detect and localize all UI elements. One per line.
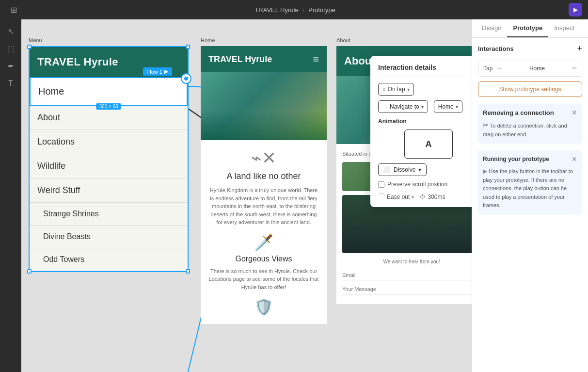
- menu-item-locations[interactable]: Locations: [30, 130, 188, 154]
- tab-inspect[interactable]: Inspect: [548, 19, 580, 37]
- easing-item[interactable]: ⌒ Ease out ▾: [378, 193, 414, 201]
- interaction-info: Tap →: [483, 65, 502, 72]
- play-button[interactable]: ▶: [569, 3, 582, 16]
- trigger-caret: ▾: [407, 87, 410, 92]
- modal-title: Interaction details: [378, 64, 436, 71]
- action-row: → Navigate to ▾ Home ▾: [378, 100, 472, 113]
- size-badge: 360 × 68: [96, 103, 121, 110]
- interactions-title: Interactions: [478, 45, 514, 52]
- handle-tr: [186, 45, 190, 49]
- scroll-row: Preserve scroll position: [378, 181, 472, 188]
- action-caret: ▾: [421, 104, 424, 110]
- dissolve-dropdown[interactable]: ⬜ Dissolve ▾: [378, 163, 427, 176]
- anim-box: A: [404, 129, 453, 159]
- tab-prototype[interactable]: Prototype: [507, 19, 548, 37]
- duration-item[interactable]: ⏱ 300ms: [420, 194, 445, 200]
- flow-badge: Flow 1 ▶: [143, 67, 172, 76]
- home-content: ⌁✕ A land like no other Hyrule Kingdom i…: [201, 140, 327, 324]
- about-caption: We want to hear from you!: [342, 257, 472, 266]
- removing-connection-header: Removing a connection ✕: [483, 109, 577, 116]
- easing-caret: ▾: [412, 194, 414, 200]
- top-bar: ⊞ TRAVEL Hyrule › Prototype ▶: [0, 0, 588, 19]
- animation-label: Animation: [378, 118, 472, 125]
- handle-tl: [27, 45, 32, 49]
- right-panel: Design Prototype Inspect Interactions + …: [472, 19, 588, 372]
- top-bar-center: TRAVEL Hyrule › Prototype: [254, 6, 335, 14]
- curve-icon: ⌒: [378, 193, 385, 201]
- clock-icon: ⏱: [420, 194, 426, 200]
- move-tool[interactable]: ↖: [3, 23, 18, 39]
- interaction-destination: Home: [529, 65, 545, 72]
- running-prototype-close[interactable]: ✕: [572, 155, 577, 163]
- menu-item-strange-shrines[interactable]: Strange Shrines: [30, 203, 188, 226]
- home-header: TRAVEL Hyrule ≡: [201, 46, 327, 72]
- home-frame: Home TRAVEL Hyrule ≡ ⌁✕ A land like no o…: [201, 46, 327, 324]
- canvas-area[interactable]: Menu TRAVEL Hyrule Home 360 × 68: [21, 19, 472, 372]
- removing-connection-box: Removing a connection ✕ ✂ To delete a co…: [478, 104, 582, 144]
- home-heading2: Gorgeous Views: [208, 255, 319, 263]
- right-panel-content: Interactions + Tap → Home − Show prototy…: [472, 38, 588, 372]
- pen-tool[interactable]: ✒: [3, 58, 18, 74]
- removing-connection-title: Removing a connection: [483, 109, 554, 116]
- menu-home-item[interactable]: Home 360 × 68 Flow 1 ▶: [30, 77, 188, 106]
- interaction-item[interactable]: Tap → Home −: [478, 60, 582, 77]
- destination-dropdown[interactable]: Home ▾: [434, 100, 462, 113]
- handle-bl: [27, 269, 32, 274]
- home-frame-label: Home: [201, 37, 215, 43]
- running-prototype-box: Running your prototype ✕ ▶ Use the play …: [478, 150, 582, 215]
- hamburger-icon: ≡: [313, 53, 319, 65]
- timing-row: ⌒ Ease out ▾ ⏱ 300ms: [378, 193, 472, 201]
- home-body2: There is so much to see in Hyrule. Check…: [208, 267, 319, 291]
- destination-label: Home: [438, 103, 454, 110]
- trigger-row: ○ On tap ▾: [378, 83, 472, 96]
- home-frame-inner: TRAVEL Hyrule ≡ ⌁✕ A land like no other …: [201, 46, 327, 324]
- home-hero-image: [201, 72, 327, 140]
- running-prototype-header: Running your prototype ✕: [483, 155, 577, 163]
- layers-icon[interactable]: ⊞: [6, 2, 21, 17]
- play-icon: ▶: [164, 68, 168, 75]
- dissolve-label: Dissolve: [394, 166, 415, 173]
- menu-frame-label: Menu: [29, 37, 42, 43]
- dissolve-row: ⬜ Dissolve ▾: [378, 163, 472, 176]
- removing-connection-body: ✂ To delete a connection, click and drag…: [483, 120, 577, 139]
- top-bar-right: ▶: [569, 3, 582, 16]
- home-title: TRAVEL Hyrule: [208, 54, 272, 65]
- shield-icon: 🛡️: [208, 298, 319, 316]
- text-tool[interactable]: T: [3, 76, 18, 91]
- arrow-right-icon: →: [495, 65, 502, 72]
- animation-preview: A: [378, 129, 472, 159]
- about-form: [342, 270, 472, 294]
- remove-interaction-button[interactable]: −: [572, 63, 577, 73]
- trigger-dropdown[interactable]: ○ On tap ▾: [378, 83, 414, 96]
- menu-item-weird-stuff[interactable]: Weird Stuff: [30, 178, 188, 203]
- scroll-label: Preserve scroll position: [387, 181, 447, 188]
- email-input[interactable]: [342, 270, 472, 280]
- action-dropdown[interactable]: → Navigate to ▾: [378, 100, 428, 113]
- frame-tool[interactable]: ⬚: [3, 41, 18, 56]
- menu-item-divine-beasts[interactable]: Divine Beasts: [30, 226, 188, 248]
- modal-body: ○ On tap ▾ → Navigate to ▾ Home ▾: [370, 77, 472, 207]
- dissolve-caret: ▾: [418, 166, 421, 173]
- tab-design[interactable]: Design: [476, 19, 507, 37]
- message-input[interactable]: [342, 284, 472, 294]
- running-prototype-body: ▶ Use the play button in the toolbar to …: [483, 167, 577, 210]
- top-bar-tabs: ⊞: [6, 2, 21, 17]
- corner-handle[interactable]: [181, 73, 191, 84]
- scroll-checkbox[interactable]: [378, 181, 384, 188]
- sword-icon: 🗡️: [208, 233, 319, 252]
- menu-item-wildlife[interactable]: Wildlife: [30, 154, 188, 178]
- interaction-details-modal: Interaction details ✕ ○ On tap ▾ → Navig: [370, 56, 472, 207]
- home-heading1: A land like no other: [208, 171, 319, 181]
- boomerang-icon: ⌁✕: [208, 148, 319, 168]
- show-prototype-settings-button[interactable]: Show prototype settings: [478, 81, 582, 97]
- interactions-section-header: Interactions +: [478, 44, 582, 54]
- add-interaction-button[interactable]: +: [577, 44, 582, 54]
- menu-item-odd-towers[interactable]: Odd Towers: [30, 248, 188, 271]
- removing-connection-close[interactable]: ✕: [572, 109, 577, 116]
- menu-frame: Menu TRAVEL Hyrule Home 360 × 68: [29, 46, 189, 272]
- menu-frame-inner: TRAVEL Hyrule Home 360 × 68 Flow 1 ▶: [29, 46, 189, 272]
- running-prototype-title: Running your prototype: [483, 156, 549, 162]
- about-frame-label: About: [336, 37, 350, 43]
- delete-icon: ✂: [483, 121, 489, 129]
- easing-label: Ease out: [387, 194, 410, 200]
